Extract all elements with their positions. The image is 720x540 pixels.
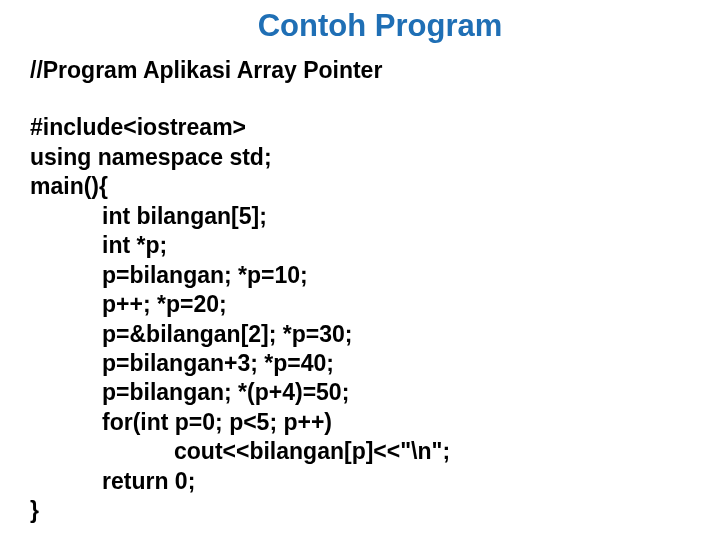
code-line: return 0; xyxy=(30,467,690,496)
code-line: p=bilangan; *p=10; xyxy=(30,261,690,290)
code-line: p=bilangan; *(p+4)=50; xyxy=(30,378,690,407)
code-block: //Program Aplikasi Array Pointer #includ… xyxy=(30,56,690,526)
code-line: int *p; xyxy=(30,231,690,260)
slide-title: Contoh Program xyxy=(70,8,690,44)
code-line: cout<<bilangan[p]<<"\n"; xyxy=(30,437,690,466)
code-comment: //Program Aplikasi Array Pointer xyxy=(30,56,690,85)
code-line: using namespace std; xyxy=(30,143,690,172)
code-line: main(){ xyxy=(30,172,690,201)
code-line: int bilangan[5]; xyxy=(30,202,690,231)
code-line: p=bilangan+3; *p=40; xyxy=(30,349,690,378)
code-line: } xyxy=(30,496,690,525)
code-line: p++; *p=20; xyxy=(30,290,690,319)
code-line: p=&bilangan[2]; *p=30; xyxy=(30,320,690,349)
code-line: for(int p=0; p<5; p++) xyxy=(30,408,690,437)
code-line: #include<iostream> xyxy=(30,113,690,142)
